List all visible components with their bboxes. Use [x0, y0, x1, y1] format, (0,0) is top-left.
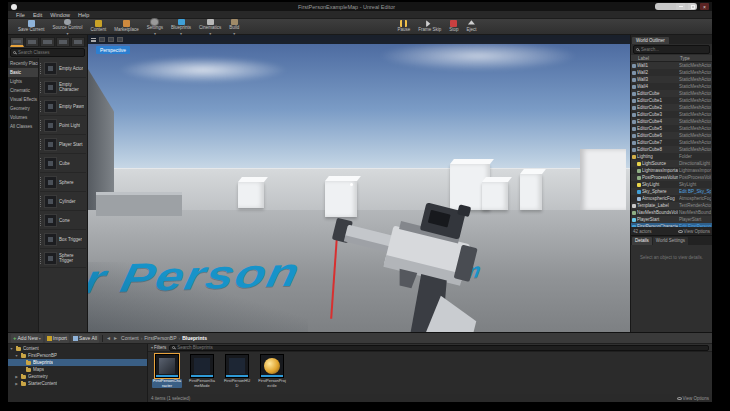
breadcrumb-item[interactable]: FirstPersonBP: [143, 335, 177, 341]
toolbar-button[interactable]: Build ▾: [225, 19, 243, 35]
asset-tile[interactable]: FirstPersonProjectile: [257, 354, 287, 392]
mode-category[interactable]: Visual Effects: [8, 95, 38, 104]
outliner-search[interactable]: [633, 45, 710, 54]
placeable-item[interactable]: Cylinder: [40, 192, 86, 211]
details-tab[interactable]: Details: [632, 237, 652, 245]
outliner-row[interactable]: EditorCube8 StaticMeshActor: [631, 146, 712, 153]
outliner-row[interactable]: LightSource DirectionalLight: [631, 160, 712, 167]
close-button[interactable]: ×: [700, 3, 709, 10]
source-folder-row[interactable]: ▶ StarterContent: [8, 380, 147, 387]
source-folder-row[interactable]: ▼ Content: [8, 345, 147, 352]
expand-arrow-icon[interactable]: ▶: [14, 382, 19, 386]
toolbar-button[interactable]: Content ▾: [87, 19, 111, 35]
outliner-row[interactable]: Template_Label TextRenderActor: [631, 202, 712, 209]
add-new-button[interactable]: +Add New▾: [11, 334, 43, 343]
placeable-item[interactable]: Box Trigger: [40, 230, 86, 249]
viewport-option-icon[interactable]: [108, 37, 114, 42]
outliner-row[interactable]: Wall4 StaticMeshActor: [631, 83, 712, 90]
save-all-button[interactable]: Save All: [71, 334, 99, 343]
viewport-menu-icon[interactable]: [91, 38, 96, 42]
expand-arrow-icon[interactable]: ▼: [14, 354, 19, 358]
placeable-item[interactable]: Cube: [40, 154, 86, 173]
menu-item[interactable]: Edit: [29, 11, 46, 19]
asset-tile[interactable]: FirstPersonHUD: [222, 354, 252, 392]
perspective-button[interactable]: Perspective: [96, 46, 130, 54]
mode-category[interactable]: Cinematic: [8, 86, 38, 95]
tab-world-outliner[interactable]: World Outliner: [632, 37, 669, 44]
mode-category[interactable]: Geometry: [8, 104, 38, 113]
viewport-option-icon[interactable]: [99, 37, 105, 42]
asset-tile[interactable]: FirstPersonGameMode: [187, 354, 217, 392]
outliner-row[interactable]: EditorCube StaticMeshActor: [631, 90, 712, 97]
mode-category[interactable]: All Classes: [8, 122, 38, 131]
asset-search-input[interactable]: [177, 345, 706, 350]
placeable-item[interactable]: Sphere Trigger: [40, 249, 86, 268]
outliner-row[interactable]: SkyLight SkyLight: [631, 181, 712, 188]
mode-category[interactable]: Volumes: [8, 113, 38, 122]
playback-button[interactable]: Pause: [393, 19, 414, 35]
level-viewport[interactable]: r Person Tem: [88, 35, 630, 332]
toolbar-button[interactable]: Save Current ▾: [14, 19, 49, 35]
breadcrumb-item[interactable]: Content: [120, 335, 140, 341]
playback-button[interactable]: Frame Skip: [414, 19, 445, 35]
modes-search[interactable]: [10, 48, 85, 57]
outliner-row[interactable]: EditorCube6 StaticMeshActor: [631, 132, 712, 139]
asset-search[interactable]: [169, 345, 709, 351]
breadcrumb-item[interactable]: Blueprints: [181, 335, 208, 341]
import-button[interactable]: Import: [45, 334, 69, 343]
placeable-item[interactable]: Empty Actor: [40, 59, 86, 78]
details-tab[interactable]: World Settings: [653, 237, 688, 245]
placeable-item[interactable]: Point Light: [40, 116, 86, 135]
cb-view-options[interactable]: View Options: [677, 396, 709, 401]
expand-arrow-icon[interactable]: ▼: [9, 347, 14, 351]
source-folder-row[interactable]: ▼ FirstPersonBP: [8, 352, 147, 359]
column-type[interactable]: Type: [680, 56, 712, 61]
outliner-row[interactable]: LightmassImportanceVolume LightmassImpor…: [631, 167, 712, 174]
outliner-row[interactable]: Wall2 StaticMeshActor: [631, 69, 712, 76]
mode-category[interactable]: Lights: [8, 77, 38, 86]
menu-item[interactable]: File: [12, 11, 29, 19]
mode-category[interactable]: Basic: [8, 68, 38, 77]
filters-button[interactable]: ▾Filters: [151, 345, 166, 350]
mode-tab[interactable]: [71, 37, 85, 47]
outliner-row[interactable]: PostProcessVolume PostProcessVolu: [631, 174, 712, 181]
mode-tab[interactable]: [25, 37, 39, 47]
placeable-item[interactable]: Sphere: [40, 173, 86, 192]
toolbar-button[interactable]: Source Control ▾: [49, 19, 87, 35]
placeable-item[interactable]: Cone: [40, 211, 86, 230]
source-folder-row[interactable]: Blueprints: [8, 359, 147, 366]
source-folder-row[interactable]: Maps: [8, 366, 147, 373]
mode-category[interactable]: Recently Placed: [8, 59, 38, 68]
outliner-row[interactable]: EditorCube1 StaticMeshActor: [631, 97, 712, 104]
placeable-item[interactable]: Empty Pawn: [40, 97, 86, 116]
outliner-row[interactable]: EditorCube2 StaticMeshActor: [631, 104, 712, 111]
outliner-row[interactable]: Lighting Folder: [631, 153, 712, 160]
mode-tab[interactable]: [40, 37, 54, 47]
placeable-item[interactable]: Empty Character: [40, 78, 86, 97]
asset-tile[interactable]: FirstPersonCharacter: [152, 354, 182, 392]
playback-button[interactable]: Stop: [445, 19, 462, 35]
outliner-row[interactable]: Wall3 StaticMeshActor: [631, 76, 712, 83]
outliner-row[interactable]: EditorCube3 StaticMeshActor: [631, 111, 712, 118]
outliner-row[interactable]: AtmosphericFog AtmosphericFog: [631, 195, 712, 202]
back-arrow-icon[interactable]: ◂: [106, 335, 111, 341]
mode-tab[interactable]: [56, 37, 70, 47]
toolbar-button[interactable]: Marketplace ▾: [110, 19, 143, 35]
source-folder-row[interactable]: ▶ Geometry: [8, 373, 147, 380]
forward-arrow-icon[interactable]: ▸: [113, 335, 118, 341]
outliner-row[interactable]: EditorCube4 StaticMeshActor: [631, 118, 712, 125]
toolbar-button[interactable]: Blueprints ▾: [167, 19, 195, 35]
outliner-row[interactable]: Sky_Sphere Edit BP_Sky_Sphere: [631, 188, 712, 195]
outliner-view-options[interactable]: View Options: [678, 229, 710, 234]
outliner-row[interactable]: EditorCube7 StaticMeshActor: [631, 139, 712, 146]
modes-search-input[interactable]: [18, 50, 82, 55]
viewport-option-icon[interactable]: [117, 37, 123, 42]
column-label[interactable]: Label: [631, 56, 680, 61]
outliner-row[interactable]: PlayerStart PlayerStart: [631, 216, 712, 223]
outliner-row[interactable]: Wall1 StaticMeshActor: [631, 62, 712, 69]
toolbar-button[interactable]: Settings ▾: [143, 19, 167, 35]
menu-item[interactable]: Help: [74, 11, 93, 19]
outliner-row[interactable]: EditorCube5 StaticMeshActor: [631, 125, 712, 132]
menu-item[interactable]: Window: [46, 11, 74, 19]
outliner-row[interactable]: NavMeshBoundsVolume NavMeshBounds: [631, 209, 712, 216]
